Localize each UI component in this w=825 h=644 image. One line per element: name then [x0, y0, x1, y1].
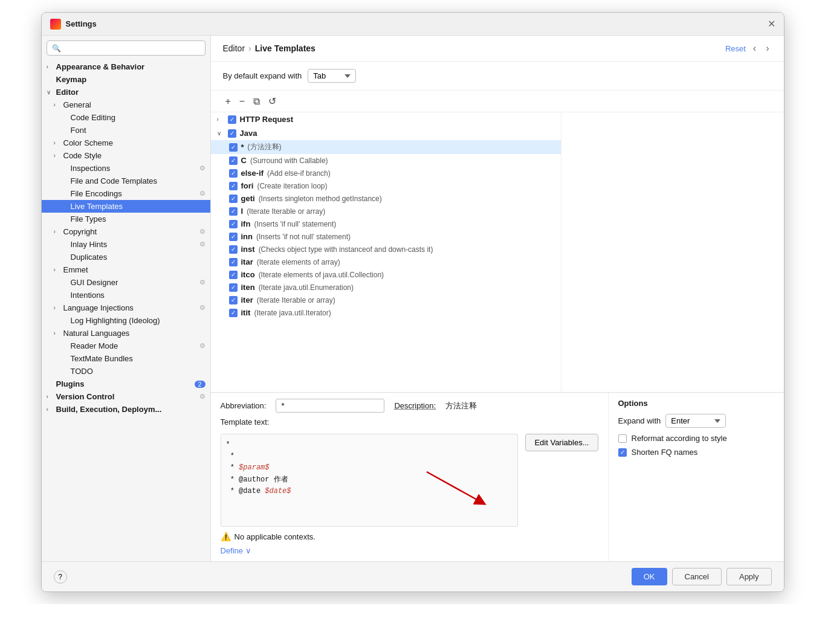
template-checkbox[interactable] — [229, 143, 238, 152]
template-checkbox[interactable] — [229, 169, 238, 178]
shorten-fq-checkbox[interactable] — [618, 448, 627, 457]
dialog-footer: ? OK Cancel Apply — [42, 561, 784, 591]
options-title: Options — [618, 399, 774, 408]
sidebar-item-label: Font — [71, 126, 205, 135]
template-checkbox[interactable] — [229, 283, 238, 292]
template-item-c[interactable]: C (Surround with Callable) — [211, 154, 561, 167]
template-checkbox[interactable] — [229, 195, 238, 203]
copy-template-button[interactable]: ⧉ — [251, 95, 262, 108]
expand-with-select[interactable]: Tab Enter Space — [308, 69, 356, 83]
template-item-itit[interactable]: itit (Iterate java.util.Iterator) — [211, 306, 561, 319]
template-abbrev: iten — [241, 283, 255, 292]
remove-template-button[interactable]: − — [237, 95, 247, 108]
sidebar-item-duplicates[interactable]: Duplicates — [42, 251, 210, 263]
template-checkbox[interactable] — [229, 233, 238, 241]
template-item-iten[interactable]: iten (Iterate java.util.Enumeration) — [211, 281, 561, 294]
sidebar-item-reader-mode[interactable]: Reader Mode ⚙ — [42, 340, 210, 352]
sidebar-item-editor[interactable]: ∨ Editor — [42, 86, 210, 98]
template-item-iter[interactable]: iter (Iterate Iterable or array) — [211, 294, 561, 306]
sidebar-item-log-highlighting[interactable]: Log Highlighting (Ideolog) — [42, 314, 210, 327]
template-item-ifn[interactable]: ifn (Inserts 'if null' statement) — [211, 217, 561, 230]
template-checkbox[interactable] — [229, 296, 238, 304]
sidebar-item-natural-lang[interactable]: › Natural Languages — [42, 327, 210, 340]
expand-with-option-row: Expand with Enter Tab Space Default — [618, 414, 774, 428]
template-checkbox[interactable] — [229, 258, 238, 266]
sidebar-item-gui-designer[interactable]: GUI Designer ⚙ — [42, 276, 210, 289]
template-checkbox[interactable] — [229, 207, 238, 216]
reformat-checkbox[interactable] — [618, 434, 627, 443]
sidebar-item-color-scheme[interactable]: › Color Scheme — [42, 137, 210, 149]
template-checkbox[interactable] — [229, 156, 238, 165]
apply-button[interactable]: Apply — [726, 568, 772, 585]
template-checkbox[interactable] — [229, 245, 238, 254]
search-input[interactable] — [65, 43, 200, 53]
help-button[interactable]: ? — [54, 570, 67, 584]
template-abbrev: geti — [241, 194, 255, 203]
sidebar-item-code-style[interactable]: › Code Style — [42, 149, 210, 162]
template-code-box[interactable]: * * * $param$ * @author 作者 * @date $date… — [221, 434, 519, 527]
template-group-java[interactable]: ∨ Java — [211, 126, 561, 140]
nav-forward-button[interactable]: › — [763, 42, 771, 55]
sidebar-item-keymap[interactable]: Keymap — [42, 73, 210, 86]
template-abbrev: ifn — [241, 219, 251, 228]
sidebar-item-label: TODO — [71, 367, 205, 376]
define-link[interactable]: Define ∨ — [221, 546, 251, 555]
sidebar-item-textmate[interactable]: TextMate Bundles — [42, 352, 210, 365]
template-item-inn[interactable]: inn (Inserts 'if not null' statement) — [211, 230, 561, 243]
abbrev-input[interactable] — [276, 399, 384, 413]
sidebar-item-inlay-hints[interactable]: Inlay Hints ⚙ — [42, 238, 210, 251]
template-item-else-if[interactable]: else-if (Add else-if branch) — [211, 167, 561, 179]
search-box[interactable]: 🔍 — [47, 40, 205, 56]
sidebar-item-live-templates[interactable]: Live Templates — [42, 200, 210, 213]
template-desc: (Iterate java.util.Iterator) — [254, 309, 331, 317]
template-item-geti[interactable]: geti (Inserts singleton method getInstan… — [211, 192, 561, 205]
sidebar-item-copyright[interactable]: › Copyright ⚙ — [42, 225, 210, 238]
close-button[interactable]: ✕ — [768, 18, 775, 30]
template-item-star[interactable]: * (方法注释) — [211, 140, 561, 154]
template-checkbox[interactable] — [229, 182, 238, 190]
sidebar-item-label: Build, Execution, Deploym... — [56, 405, 205, 414]
sidebar-item-emmet[interactable]: › Emmet — [42, 263, 210, 276]
template-item-itco[interactable]: itco (Iterate elements of java.util.Coll… — [211, 268, 561, 281]
template-item-I[interactable]: I (Iterate Iterable or array) — [211, 205, 561, 217]
template-item-fori[interactable]: fori (Create iteration loop) — [211, 179, 561, 192]
template-checkbox[interactable] — [229, 309, 238, 317]
sidebar-item-general[interactable]: › General — [42, 98, 210, 111]
sidebar-item-appearance[interactable]: › Appearance & Behavior — [42, 60, 210, 73]
template-abbrev: else-if — [241, 169, 264, 178]
sidebar-item-file-types[interactable]: File Types — [42, 213, 210, 225]
sidebar-item-font[interactable]: Font — [42, 124, 210, 137]
http-group-checkbox[interactable] — [228, 115, 236, 124]
sidebar-item-version-control[interactable]: › Version Control ⚙ — [42, 390, 210, 403]
add-template-button[interactable]: + — [223, 95, 233, 108]
template-item-inst[interactable]: inst (Checks object type with instanceof… — [211, 243, 561, 256]
nav-back-button[interactable]: ‹ — [751, 42, 759, 55]
template-item-itar[interactable]: itar (Iterate elements of array) — [211, 256, 561, 268]
template-desc: (方法注释) — [248, 142, 282, 152]
templates-split: › HTTP Request ∨ Java — [211, 112, 784, 392]
template-desc: (Inserts singleton method getInstance) — [259, 195, 382, 203]
template-checkbox[interactable] — [229, 220, 238, 228]
sidebar-item-lang-injections[interactable]: › Language Injections ⚙ — [42, 301, 210, 314]
sidebar-item-intentions[interactable]: Intentions — [42, 289, 210, 301]
sidebar-item-label: Code Style — [63, 151, 205, 160]
sidebar-item-inspections[interactable]: Inspections ⚙ — [42, 162, 210, 175]
sidebar-item-build[interactable]: › Build, Execution, Deploym... — [42, 403, 210, 416]
reset-link[interactable]: Reset — [725, 44, 746, 53]
sidebar-item-code-editing[interactable]: Code Editing — [42, 111, 210, 124]
sidebar-item-file-encodings[interactable]: File Encodings ⚙ — [42, 187, 210, 200]
template-group-http[interactable]: › HTTP Request — [211, 112, 561, 126]
reset-template-button[interactable]: ↺ — [266, 94, 279, 108]
java-group-checkbox[interactable] — [228, 129, 236, 138]
group-name-label: Java — [240, 129, 257, 138]
expand-with-option-select[interactable]: Enter Tab Space Default — [665, 414, 726, 428]
template-checkbox[interactable] — [229, 271, 238, 279]
sidebar-item-label: File and Code Templates — [71, 176, 205, 185]
sidebar-item-file-code-templates[interactable]: File and Code Templates — [42, 175, 210, 187]
sidebar-item-plugins[interactable]: Plugins 2 — [42, 378, 210, 390]
ok-button[interactable]: OK — [632, 568, 667, 585]
sidebar-item-todo[interactable]: TODO — [42, 365, 210, 378]
template-abbrev: itco — [241, 270, 255, 279]
edit-variables-button[interactable]: Edit Variables... — [525, 434, 598, 451]
cancel-button[interactable]: Cancel — [672, 568, 722, 585]
